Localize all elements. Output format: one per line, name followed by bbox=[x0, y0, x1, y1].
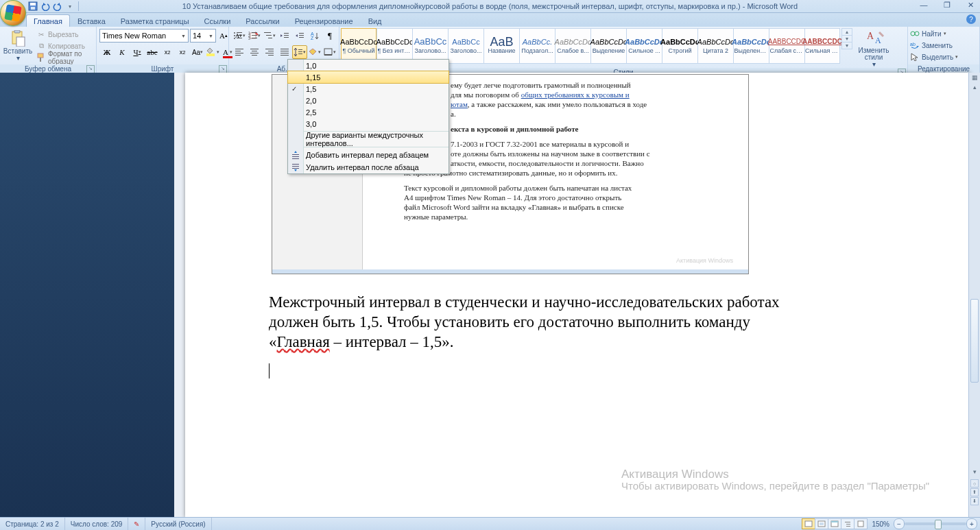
prev-page-icon[interactable]: ⬆ bbox=[970, 488, 979, 496]
svg-text:3: 3 bbox=[248, 36, 250, 40]
superscript-button[interactable]: x2 bbox=[175, 45, 190, 59]
ls-option-3.0[interactable]: 3,0 bbox=[288, 118, 449, 130]
tab-page-layout[interactable]: Разметка страницы bbox=[113, 14, 197, 27]
zoom-slider[interactable] bbox=[905, 522, 966, 525]
view-web-layout[interactable] bbox=[828, 518, 841, 529]
italic-button[interactable]: К bbox=[115, 45, 130, 59]
line-spacing-button[interactable]: ▾ bbox=[292, 45, 307, 59]
style-strong[interactable]: AaBbCcDcСтрогий bbox=[662, 28, 697, 64]
zoom-slider-knob[interactable] bbox=[935, 520, 942, 529]
svg-rect-4 bbox=[14, 30, 20, 33]
close-button[interactable]: ✕ bbox=[964, 0, 977, 10]
subscript-button[interactable]: x2 bbox=[160, 45, 175, 59]
chevron-up-icon[interactable]: ▴ bbox=[842, 29, 852, 36]
bullets-button[interactable]: ▾ bbox=[232, 29, 247, 43]
font-name-combo[interactable]: Times New Roman▼ bbox=[99, 29, 189, 43]
decrease-indent-button[interactable] bbox=[277, 29, 292, 43]
underline-button[interactable]: Ч▾ bbox=[130, 45, 145, 59]
tab-insert[interactable]: Вставка bbox=[70, 14, 113, 27]
zoom-in-button[interactable]: + bbox=[966, 518, 977, 529]
undo-icon[interactable] bbox=[40, 1, 51, 12]
minimize-button[interactable]: — bbox=[917, 0, 931, 10]
scroll-up-icon[interactable]: ▴ bbox=[969, 82, 980, 92]
align-center-button[interactable] bbox=[247, 45, 262, 59]
chevron-down-icon[interactable]: ▾ bbox=[842, 36, 852, 43]
view-outline[interactable] bbox=[841, 518, 854, 529]
ls-add-space-before[interactable]: Добавить интервал перед абзацем bbox=[288, 149, 449, 161]
book-icon: ✎ bbox=[134, 520, 139, 528]
change-styles-button[interactable]: AA Изменить стили▾ bbox=[854, 28, 894, 68]
style-intense-emphasis[interactable]: AaBbCcDcСильное ... bbox=[626, 28, 662, 64]
borders-button[interactable]: ▾ bbox=[322, 45, 337, 59]
maximize-button[interactable]: ❐ bbox=[940, 0, 954, 10]
zoom-level[interactable]: 150% bbox=[872, 520, 889, 528]
tab-references[interactable]: Ссылки bbox=[197, 14, 239, 27]
qat-customize-icon[interactable]: ▾ bbox=[64, 1, 75, 12]
status-language[interactable]: Русский (Россия) bbox=[145, 518, 211, 530]
style-subtle-emphasis[interactable]: AaBbCcDcСлабое в... bbox=[555, 28, 590, 64]
help-button[interactable]: ? bbox=[966, 14, 976, 24]
document-body-text[interactable]: Межстрочный интервал в студенчески и нау… bbox=[269, 292, 929, 352]
replace-button[interactable]: abЗаменить bbox=[910, 40, 958, 51]
ls-option-1.15[interactable]: 1,15 bbox=[288, 71, 449, 83]
tab-view[interactable]: Вид bbox=[361, 14, 390, 27]
ls-option-1.0[interactable]: 1,0 bbox=[288, 60, 449, 71]
paste-button[interactable]: Вставить▾ bbox=[3, 29, 33, 62]
status-word-count[interactable]: Число слов: 209 bbox=[65, 518, 129, 530]
align-left-button[interactable] bbox=[232, 45, 247, 59]
vertical-ruler[interactable] bbox=[174, 73, 186, 518]
justify-button[interactable] bbox=[277, 45, 292, 59]
view-print-layout[interactable] bbox=[802, 518, 815, 529]
numbering-button[interactable]: 123▾ bbox=[247, 29, 262, 43]
show-marks-button[interactable]: ¶ bbox=[322, 29, 337, 43]
scroll-down-icon[interactable]: ▾ bbox=[969, 467, 980, 477]
shading-button[interactable]: ▾ bbox=[307, 45, 322, 59]
cut-button[interactable]: ✂Вырезать bbox=[34, 29, 93, 40]
bold-button[interactable]: Ж bbox=[99, 45, 115, 59]
style-intense-quote[interactable]: AaBbCcDcВыделенн... bbox=[733, 28, 769, 64]
style-heading2[interactable]: AaBbCcЗаголово... bbox=[448, 28, 483, 64]
ls-option-1.5[interactable]: ✓1,5 bbox=[288, 83, 449, 95]
save-icon[interactable] bbox=[27, 1, 38, 12]
view-draft[interactable] bbox=[854, 518, 868, 529]
style-emphasis[interactable]: AaBbCcDcВыделение bbox=[590, 28, 626, 64]
increase-indent-button[interactable] bbox=[292, 29, 307, 43]
strike-button[interactable]: abc bbox=[145, 45, 160, 59]
style-subtitle[interactable]: AaBbCc.Подзагол... bbox=[519, 28, 555, 64]
vertical-scrollbar[interactable]: ▦ ▴ ○ ⬆ ⬇ ▾ bbox=[968, 73, 980, 518]
ruler-toggle-icon[interactable]: ▦ bbox=[969, 73, 980, 82]
tab-mailings[interactable]: Рассылки bbox=[238, 14, 287, 27]
sort-button[interactable]: AZ bbox=[307, 29, 322, 43]
ls-option-2.5[interactable]: 2,5 bbox=[288, 106, 449, 118]
change-case-button[interactable]: Aa▾ bbox=[190, 45, 205, 59]
svg-rect-70 bbox=[845, 522, 850, 522]
font-size-combo[interactable]: 14▼ bbox=[190, 29, 216, 43]
status-proofing[interactable]: ✎ bbox=[128, 518, 145, 530]
view-full-screen[interactable] bbox=[815, 518, 828, 529]
style-quote[interactable]: AaBbCcDcЦитата 2 bbox=[697, 28, 733, 64]
more-icon[interactable]: ▾ bbox=[842, 43, 852, 49]
ls-option-2.0[interactable]: 2,0 bbox=[288, 95, 449, 106]
ls-remove-space-after[interactable]: Удалить интервал после абзаца bbox=[288, 161, 449, 173]
scrollbar-thumb[interactable] bbox=[970, 299, 979, 383]
status-page[interactable]: Страница: 2 из 2 bbox=[0, 518, 65, 530]
browse-object-icon[interactable]: ○ bbox=[970, 479, 979, 487]
align-right-button[interactable] bbox=[262, 45, 277, 59]
next-page-icon[interactable]: ⬇ bbox=[970, 497, 979, 505]
gallery-more[interactable]: ▴▾▾ bbox=[841, 28, 852, 49]
windows-activation-watermark: Активация Windows Чтобы активировать Win… bbox=[621, 468, 929, 492]
zoom-out-button[interactable]: − bbox=[894, 518, 905, 529]
office-button[interactable] bbox=[0, 0, 26, 26]
tab-review[interactable]: Рецензирование bbox=[287, 14, 361, 27]
find-button[interactable]: Найти ▾ bbox=[910, 28, 958, 39]
multilevel-button[interactable]: ▾ bbox=[262, 29, 277, 43]
redo-icon[interactable] bbox=[52, 1, 63, 12]
format-painter-button[interactable]: Формат по образцу bbox=[34, 52, 93, 63]
ls-more-options[interactable]: Другие варианты междустрочных интервалов… bbox=[288, 133, 449, 145]
style-title[interactable]: AaBНазвание bbox=[483, 28, 519, 64]
tab-home[interactable]: Главная bbox=[26, 14, 70, 27]
highlight-button[interactable]: ▾ bbox=[205, 45, 220, 59]
select-button[interactable]: Выделить ▾ bbox=[910, 51, 958, 62]
style-intense-ref[interactable]: AABBCCDCСильная с... bbox=[804, 28, 840, 64]
style-subtle-ref[interactable]: AABBCCDCСлабая сс... bbox=[769, 28, 804, 64]
